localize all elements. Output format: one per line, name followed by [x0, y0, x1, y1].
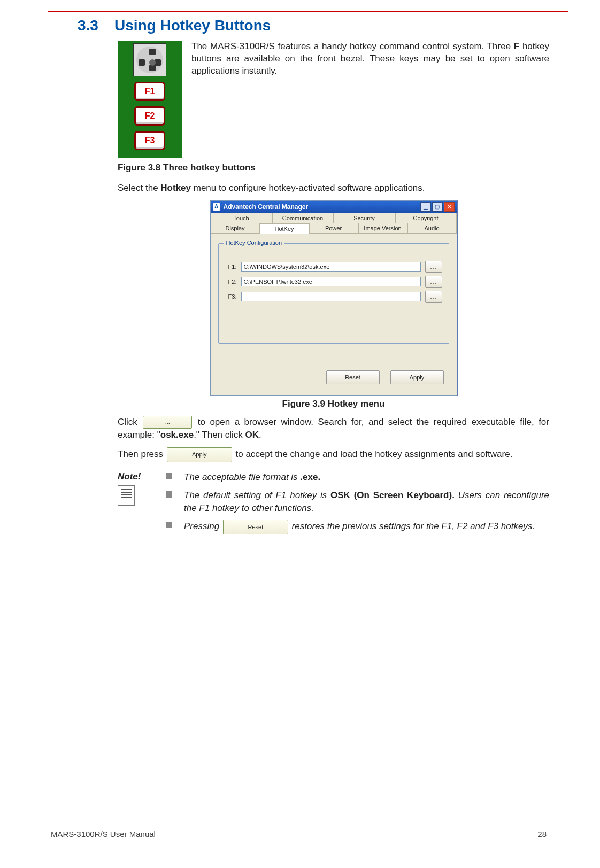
section-heading: 3.3Using Hotkey Buttons: [78, 17, 549, 34]
select-hotkey-paragraph: Select the Hotkey menu to configure hotk…: [118, 182, 549, 195]
f3-input[interactable]: [241, 292, 421, 301]
note-item: Pressing Reset restores the previous set…: [166, 520, 549, 534]
close-button[interactable]: ✕: [444, 202, 455, 212]
figure-3-9-window: A Advantech Central Manager ▁ ▢ ✕ Touch …: [210, 200, 457, 396]
footer-manual-title: MARS-3100R/S User Manual: [51, 830, 537, 839]
press-apply-paragraph: Then press Apply to accept the change an…: [118, 447, 549, 462]
tab-touch[interactable]: Touch: [211, 213, 272, 223]
maximize-button[interactable]: ▢: [432, 202, 443, 212]
figure-3-8-image: F1 F2 F3: [118, 41, 182, 158]
group-title: HotKey Configuration: [224, 239, 284, 246]
footer-page-number: 28: [537, 830, 547, 839]
note-item: The acceptable file format is .exe.: [166, 471, 549, 484]
note-item: The default setting of F1 hotkey is OSK …: [166, 489, 549, 515]
tab-power[interactable]: Power: [309, 223, 358, 233]
reset-button[interactable]: Reset: [326, 370, 380, 384]
page-footer: MARS-3100R/S User Manual 28: [51, 830, 547, 839]
apply-button[interactable]: Apply: [390, 370, 444, 384]
tab-audio[interactable]: Audio: [407, 223, 457, 233]
f2-browse-button[interactable]: ...: [425, 276, 442, 288]
inline-browse-button: ...: [143, 416, 192, 429]
section-number: 3.3: [78, 17, 98, 34]
dpad-icon: [133, 43, 166, 76]
note-icon: [118, 485, 135, 506]
figure-3-8-caption: Figure 3.8 Three hotkey buttons: [118, 162, 549, 173]
f1-label: F1:: [225, 264, 237, 270]
tab-hotkey[interactable]: HotKey: [260, 223, 309, 234]
inline-reset-button: Reset: [223, 520, 288, 534]
tab-communication[interactable]: Communication: [272, 213, 334, 223]
tab-display[interactable]: Display: [211, 223, 260, 233]
minimize-button[interactable]: ▁: [420, 202, 431, 212]
f3-key-icon: F3: [134, 131, 165, 150]
f1-browse-button[interactable]: ...: [425, 261, 442, 273]
bullet-icon: [166, 473, 172, 479]
bullet-icon: [166, 491, 172, 498]
tab-copyright[interactable]: Copyright: [395, 213, 457, 223]
tab-image-version[interactable]: Image Version: [358, 223, 407, 233]
intro-paragraph: The MARS-3100R/S features a handy hotkey…: [191, 41, 549, 78]
f1-input[interactable]: C:\WINDOWS\system32\osk.exe: [241, 262, 421, 272]
f2-input[interactable]: C:\PENSOFT\fwrite32.exe: [241, 277, 421, 286]
f1-key-icon: F1: [134, 82, 165, 101]
window-titlebar: A Advantech Central Manager ▁ ▢ ✕: [211, 201, 457, 213]
app-icon: A: [213, 203, 220, 211]
click-browse-paragraph: Click ... to open a browser window. Sear…: [118, 416, 549, 442]
f2-key-icon: F2: [134, 106, 165, 126]
f3-browse-button[interactable]: ...: [425, 291, 442, 303]
inline-apply-button: Apply: [167, 447, 232, 462]
f3-label: F3:: [225, 293, 237, 300]
section-title: Using Hotkey Buttons: [114, 17, 271, 34]
f2-label: F2:: [225, 278, 237, 285]
tab-security[interactable]: Security: [334, 213, 395, 223]
note-label: Note!: [118, 471, 166, 482]
window-title: Advantech Central Manager: [224, 203, 309, 211]
figure-3-9-caption: Figure 3.9 Hotkey menu: [118, 399, 549, 409]
bullet-icon: [166, 522, 172, 528]
